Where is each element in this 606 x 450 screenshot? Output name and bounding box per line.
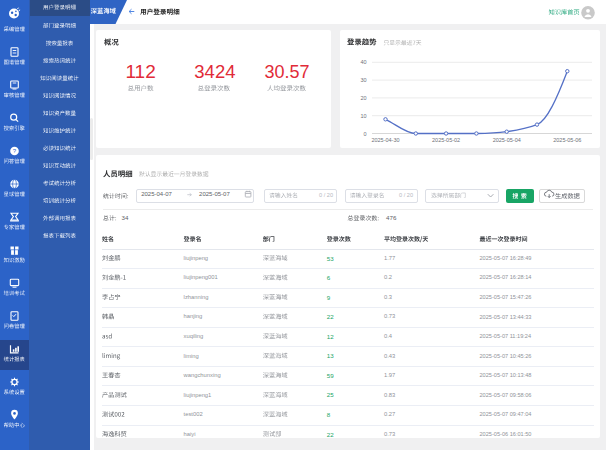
svg-text:2025-05-06: 2025-05-06 [553, 137, 581, 143]
svg-text:10: 10 [360, 113, 366, 119]
svg-text:2025-05-02: 2025-05-02 [432, 137, 460, 143]
svg-text:40: 40 [360, 59, 366, 65]
svg-text:2025-05-04: 2025-05-04 [493, 137, 521, 143]
svg-text:0: 0 [363, 131, 366, 137]
svg-text:2025-04-30: 2025-04-30 [371, 137, 399, 143]
svg-text:20: 20 [360, 95, 366, 101]
svg-text:30: 30 [360, 77, 366, 83]
